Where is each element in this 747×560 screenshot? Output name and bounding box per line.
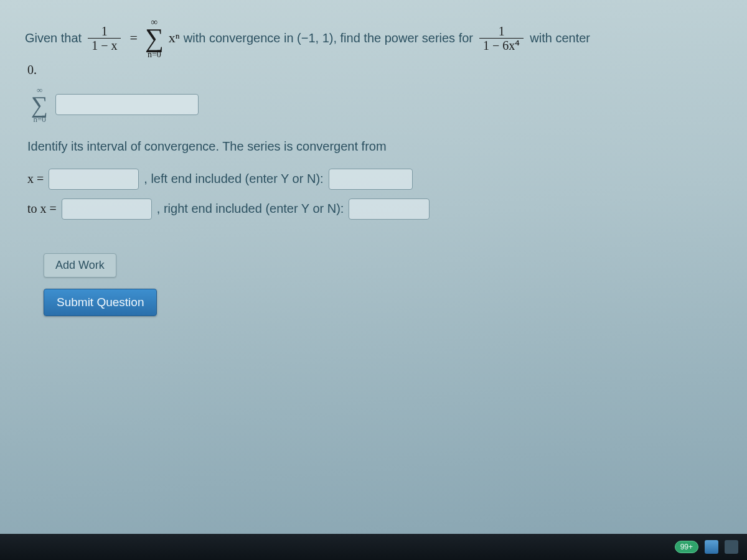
add-work-button[interactable]: Add Work: [44, 253, 116, 278]
center-value: 0.: [27, 63, 722, 77]
fraction-2: 1 1 − 6x⁴: [479, 24, 524, 52]
sigma-icon: ∑: [145, 27, 164, 50]
sum-term: xⁿ: [169, 30, 180, 46]
answer-sum-lower: n=0: [33, 115, 45, 123]
right-end-included-input[interactable]: [349, 198, 430, 220]
windows-taskbar[interactable]: 99+: [0, 534, 747, 560]
convergence-text: with convergence in (−1, 1), find the po…: [184, 31, 473, 45]
left-end-text: , left end included (enter Y or N):: [144, 172, 323, 186]
x-to-label: to x =: [27, 202, 57, 216]
lead-in-text: Given that: [25, 31, 82, 45]
sigma-icon: ∑: [31, 94, 48, 115]
summation-given: ∞ ∑ n=0: [145, 17, 164, 59]
frac1-numerator: 1: [98, 24, 111, 38]
series-answer-row: ∞ ∑ n=0: [30, 86, 722, 123]
fraction-1: 1 1 − x: [88, 24, 121, 52]
frac2-numerator: 1: [495, 24, 509, 38]
taskbar-app-icon[interactable]: [725, 540, 738, 554]
x-to-input[interactable]: [62, 198, 152, 220]
x-from-label: x =: [27, 172, 44, 186]
interval-prompt: Identify its interval of convergence. Th…: [27, 139, 722, 154]
taskbar-app-icon[interactable]: [705, 540, 718, 554]
interval-from-row: x = , left end included (enter Y or N):: [27, 169, 722, 190]
right-end-text: , right end included (enter Y or N):: [157, 202, 344, 216]
trailing-text: with center: [530, 31, 590, 45]
frac1-denominator: 1 − x: [88, 38, 121, 52]
question-container: Given that 1 1 − x = ∞ ∑ n=0 xⁿ with con…: [0, 0, 747, 329]
sum-lower-limit: n=0: [148, 50, 161, 59]
submit-question-button[interactable]: Submit Question: [44, 289, 157, 316]
left-end-included-input[interactable]: [329, 169, 413, 190]
notification-badge[interactable]: 99+: [675, 541, 698, 553]
summation-answer: ∞ ∑ n=0: [31, 86, 48, 123]
equals-sign: =: [129, 30, 137, 46]
question-text-line: Given that 1 1 − x = ∞ ∑ n=0 xⁿ with con…: [25, 17, 722, 59]
series-term-input[interactable]: [55, 94, 199, 115]
interval-to-row: to x = , right end included (enter Y or …: [27, 198, 722, 220]
frac2-denominator: 1 − 6x⁴: [479, 38, 524, 52]
x-from-input[interactable]: [49, 169, 139, 190]
